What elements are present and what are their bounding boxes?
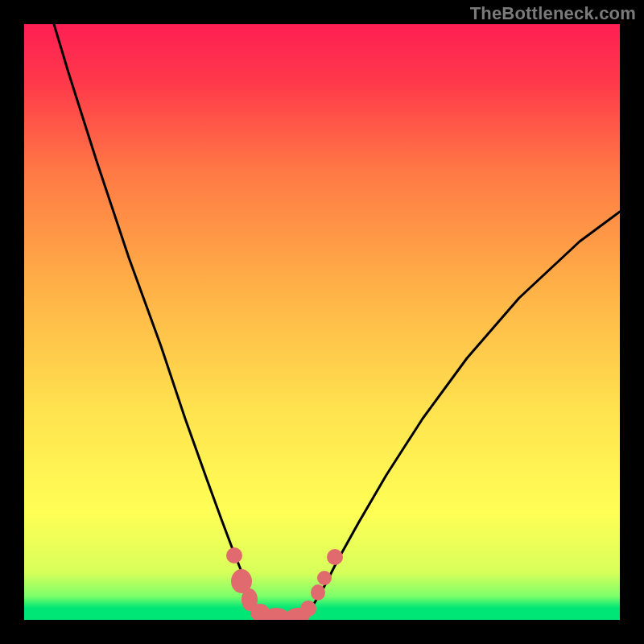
- valley-marker: [311, 584, 325, 601]
- valley-marker: [300, 601, 316, 617]
- bottleneck-curve: [44, 24, 620, 616]
- chart-frame: TheBottleneck.com: [0, 0, 644, 644]
- watermark-text: TheBottleneck.com: [470, 3, 636, 24]
- overlay-svg: [24, 24, 620, 620]
- valley-marker: [226, 547, 242, 564]
- gradient-plot-area: [24, 24, 620, 620]
- valley-marker: [317, 571, 332, 585]
- valley-markers: [226, 547, 343, 620]
- valley-marker: [327, 549, 343, 565]
